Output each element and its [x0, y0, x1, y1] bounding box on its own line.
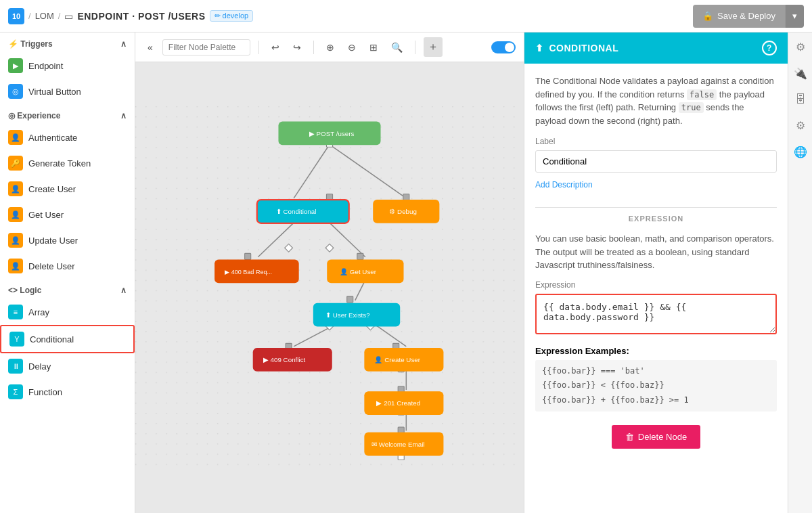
svg-text:▶ POST /users: ▶ POST /users	[309, 130, 355, 137]
sidebar-item-endpoint[interactable]: ▶ Endpoint	[0, 53, 135, 79]
experience-label: ◎ Experience	[8, 111, 60, 120]
plug-icon[interactable]: 🔌	[791, 64, 810, 83]
endpoint-label: ENDPOINT · POST /USERS	[77, 11, 205, 22]
triggers-section: ⚡ Triggers ∧	[0, 32, 135, 53]
sidebar-item-label: Create User	[28, 184, 76, 194]
panel-body: The Conditional Node validates a payload…	[524, 64, 788, 513]
experience-collapse[interactable]: ∧	[120, 111, 127, 120]
sidebar-item-label: Array	[28, 307, 49, 317]
sidebar: ⚡ Triggers ∧ ▶ Endpoint ◎ Virtual Button…	[0, 32, 135, 513]
sidebar-item-generate-token[interactable]: 🔑 Generate Token	[0, 150, 135, 176]
globe-icon[interactable]: 🌐	[791, 143, 810, 161]
save-deploy-caret-button[interactable]: ▾	[785, 5, 804, 28]
authenticate-icon: 👤	[8, 130, 23, 145]
database-icon[interactable]: 🗄	[792, 91, 809, 108]
sidebar-item-label: Endpoint	[28, 61, 63, 71]
example2: {{foo.bar}} < {{foo.baz}}	[542, 378, 770, 393]
trash-icon: 🗑	[625, 432, 634, 442]
triggers-collapse[interactable]: ∧	[120, 39, 127, 49]
delete-node-button[interactable]: 🗑 Delete Node	[612, 425, 700, 449]
sidebar-item-label: Function	[28, 387, 62, 397]
undo-button[interactable]: ↩	[267, 39, 284, 55]
endpoint-icon: ▭	[64, 11, 73, 22]
sidebar-item-label: Delay	[28, 361, 51, 372]
zoom-in-button[interactable]: ⊕	[322, 39, 338, 55]
zoom-out-button[interactable]: ⊖	[344, 39, 360, 55]
svg-text:👤 Create User: 👤 Create User	[374, 355, 420, 364]
search-button[interactable]: 🔍	[387, 39, 407, 55]
svg-text:▶ 400 Bad Req...: ▶ 400 Bad Req...	[225, 269, 272, 275]
sidebar-item-label: Delete User	[28, 261, 75, 271]
settings-icon[interactable]: ⚙	[793, 38, 808, 56]
fit-button[interactable]: ⊞	[365, 39, 382, 55]
gear-icon[interactable]: ⚙	[793, 116, 808, 135]
right-panel: ⬆ CONDITIONAL ? The Conditional Node val…	[524, 32, 788, 513]
sidebar-collapse-button[interactable]: «	[143, 39, 157, 55]
conditional-icon: Y	[9, 332, 24, 347]
update-user-icon: 👤	[8, 233, 23, 248]
logic-collapse[interactable]: ∧	[120, 286, 127, 295]
main-layout: ⚡ Triggers ∧ ▶ Endpoint ◎ Virtual Button…	[0, 32, 812, 513]
sidebar-item-authenticate[interactable]: 👤 Authenticate	[0, 125, 135, 150]
toggle-switch[interactable]	[491, 41, 516, 53]
sidebar-item-get-user[interactable]: 👤 Get User	[0, 202, 135, 227]
sidebar-item-label: Authenticate	[28, 133, 77, 143]
panel-header: ⬆ CONDITIONAL ?	[524, 32, 788, 64]
sep1: /	[28, 11, 31, 21]
label-field-label: Label	[535, 137, 777, 146]
sep2: /	[58, 11, 61, 21]
virtual-button-icon: ◎	[8, 84, 23, 99]
sidebar-item-function[interactable]: Σ Function	[0, 379, 135, 405]
branch-tag[interactable]: ✏ develop	[210, 10, 254, 22]
toolbar-sep2	[313, 41, 314, 54]
false-code: false	[687, 89, 717, 100]
canvas-area: « ↩ ↪ ⊕ ⊖ ⊞ 🔍 ＋	[135, 32, 524, 513]
label-input[interactable]	[535, 150, 777, 173]
svg-rect-19	[347, 296, 353, 303]
toolbar-sep3	[415, 41, 415, 54]
redo-button[interactable]: ↪	[289, 39, 305, 55]
array-icon: ≡	[8, 305, 23, 319]
expression-input[interactable]: {{ data.body.email }} && {{ data.body.pa…	[535, 294, 777, 334]
logic-label: <> Logic	[8, 286, 41, 295]
toolbar-sep1	[258, 41, 259, 54]
example1: {{foo.bar}} === 'bat'	[542, 364, 770, 379]
function-icon: Σ	[8, 384, 23, 399]
svg-text:⬆ User Exists?: ⬆ User Exists?	[325, 311, 370, 319]
sidebar-item-delete-user[interactable]: 👤 Delete User	[0, 253, 135, 279]
get-user-icon: 👤	[8, 207, 23, 222]
sidebar-item-label: Get User	[28, 210, 64, 220]
canvas: ▶ POST /users ⬆ Conditional ⚙ Debug ▶ 40…	[135, 62, 524, 513]
panel-title-icon: ⬆	[535, 43, 544, 53]
examples-code: {{foo.bar}} === 'bat' {{foo.bar}} < {{fo…	[535, 360, 777, 412]
sidebar-item-delay[interactable]: ⏸ Delay	[0, 353, 135, 379]
sidebar-item-array[interactable]: ≡ Array	[0, 299, 135, 325]
header-actions: 🔒 Save & Deploy ▾	[693, 5, 804, 28]
toggle-knob	[505, 43, 514, 52]
filter-input[interactable]	[162, 39, 250, 55]
svg-text:✉ Welcome Email: ✉ Welcome Email	[371, 441, 425, 448]
canvas-toolbar: « ↩ ↪ ⊕ ⊖ ⊞ 🔍 ＋	[135, 32, 524, 62]
sidebar-item-conditional[interactable]: Y Conditional	[0, 325, 135, 353]
expression-section-label: EXPRESSION	[535, 207, 777, 223]
create-user-icon: 👤	[8, 181, 23, 196]
app-badge[interactable]: 10	[8, 8, 24, 24]
svg-text:▶ 409 Conflict: ▶ 409 Conflict	[263, 356, 306, 363]
delay-icon: ⏸	[8, 359, 23, 374]
logic-section: <> Logic ∧	[0, 279, 135, 299]
sidebar-item-virtual-button[interactable]: ◎ Virtual Button	[0, 79, 135, 104]
svg-rect-1	[135, 106, 524, 469]
add-description-link[interactable]: Add Description	[535, 180, 593, 189]
sidebar-item-update-user[interactable]: 👤 Update User	[0, 227, 135, 253]
svg-text:⬆ Conditional: ⬆ Conditional	[276, 208, 317, 215]
sidebar-item-label: Conditional	[30, 334, 74, 344]
help-button[interactable]: ?	[762, 41, 777, 55]
add-node-button[interactable]: ＋	[424, 37, 443, 57]
expression-field-label: Expression	[535, 280, 777, 290]
save-deploy-button[interactable]: 🔒 Save & Deploy	[693, 5, 785, 28]
sidebar-item-create-user[interactable]: 👤 Create User	[0, 176, 135, 202]
examples-title: Expression Examples:	[535, 346, 777, 356]
expression-examples: Expression Examples: {{foo.bar}} === 'ba…	[535, 346, 777, 412]
panel-title: CONDITIONAL	[549, 43, 763, 53]
top-header: 10 / LOM / ▭ ENDPOINT · POST /USERS ✏ de…	[0, 0, 812, 32]
